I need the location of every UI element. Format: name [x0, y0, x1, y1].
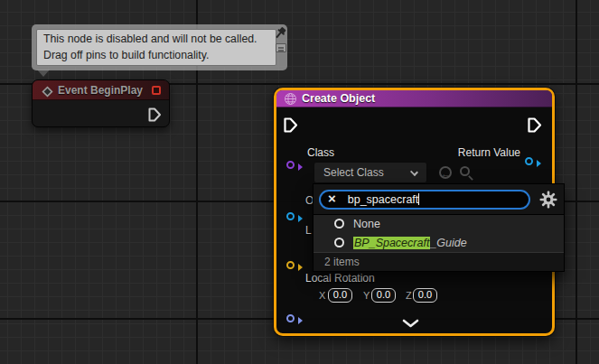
local-rotation-label: Local Rotation: [305, 272, 375, 285]
back-arrow-icon: ←: [441, 168, 451, 179]
search-match-suffix: _Guide: [430, 237, 466, 249]
outer-pin[interactable]: [286, 212, 295, 220]
class-pin-label: Class: [307, 146, 334, 159]
text-caret: [418, 193, 419, 205]
select-class-dropdown[interactable]: Select Class: [314, 162, 427, 183]
expand-advanced-pins-button[interactable]: [401, 315, 420, 331]
create-node-title: Create Object: [302, 92, 375, 105]
tooltip-line-2: Drag off pins to build functionality.: [43, 48, 269, 64]
use-selected-asset-button[interactable]: ←: [439, 166, 452, 179]
tooltip-expand-icon: [276, 43, 286, 52]
pin-tooltip-icon[interactable]: [274, 26, 286, 42]
vector-pin-label: L: [305, 224, 312, 237]
event-node-header[interactable]: Event BeginPlay: [33, 80, 169, 100]
node-tooltip: This node is disabled and will not be ca…: [32, 24, 287, 70]
exec-output-pin[interactable]: [147, 107, 162, 126]
return-value-label: Return Value: [430, 146, 520, 159]
rotation-z-field[interactable]: 0.0: [413, 288, 437, 303]
select-class-label: Select Class: [323, 166, 384, 179]
class-option-label: None: [353, 218, 380, 230]
chevron-down-icon: [410, 168, 418, 176]
class-results-list: None BP_Spacecraft_Guide: [314, 214, 564, 253]
vector-pin[interactable]: [286, 261, 295, 269]
class-pin[interactable]: [286, 161, 295, 169]
class-option-none[interactable]: None: [314, 215, 564, 234]
results-count: 2 items: [324, 256, 360, 268]
rotation-x-field[interactable]: 0.0: [328, 288, 352, 303]
tooltip-line-1: This node is disabled and will not be ca…: [43, 32, 269, 48]
gear-icon[interactable]: [539, 191, 557, 212]
search-match-highlight: BP_Spacecraft: [353, 237, 430, 249]
class-circle-icon: [334, 238, 344, 247]
create-node-header[interactable]: Create Object: [276, 90, 552, 107]
class-circle-icon: [334, 219, 344, 229]
local-rotation-pin[interactable]: [286, 314, 295, 322]
tooltip-pointer: [37, 70, 50, 77]
event-beginplay-node[interactable]: Event BeginPlay: [32, 79, 170, 127]
browse-asset-icon[interactable]: [460, 166, 470, 176]
rotation-y-field[interactable]: 0.0: [371, 288, 396, 303]
delegate-pin[interactable]: [152, 86, 161, 95]
clear-search-icon[interactable]: ×: [321, 191, 342, 208]
event-node-title: Event BeginPlay: [58, 84, 143, 97]
tooltip-text: This node is disabled and will not be ca…: [36, 29, 276, 66]
blueprint-graph-canvas[interactable]: { "tooltip": { "line1": "This node is di…: [0, 0, 599, 364]
axis-x-label: X: [319, 290, 325, 301]
class-picker-panel: × bp_spacecraft None BP_Spacec: [313, 183, 565, 272]
exec-input-pin[interactable]: [283, 117, 298, 137]
sphere-icon: [284, 92, 297, 109]
class-option-label: BP_Spacecraft_Guide: [353, 237, 467, 249]
exec-output-pin[interactable]: [527, 117, 542, 137]
class-search-input[interactable]: × bp_spacecraft: [319, 190, 530, 210]
axis-y-label: Y: [363, 290, 370, 301]
return-value-pin[interactable]: [525, 157, 533, 165]
event-diamond-icon: [42, 85, 53, 101]
class-option-bp-spacecraft-guide[interactable]: BP_Spacecraft_Guide: [314, 234, 564, 253]
axis-z-label: Z: [406, 290, 412, 301]
search-input-value: bp_spacecraft: [342, 193, 420, 206]
